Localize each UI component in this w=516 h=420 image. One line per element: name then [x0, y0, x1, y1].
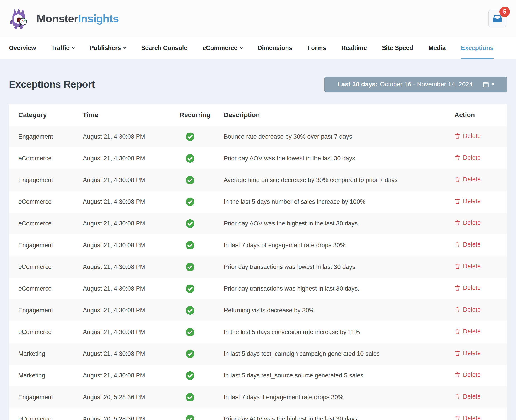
exceptions-table: Category Time Recurring Description Acti… — [9, 104, 507, 420]
brand-wordmark: MonsterInsights — [37, 12, 119, 25]
main-nav: OverviewTrafficPublishersSearch Consolee… — [0, 37, 516, 59]
nav-tab-label: Forms — [308, 45, 326, 52]
cell-recurring — [180, 393, 224, 402]
nav-tab-media[interactable]: Media — [428, 37, 446, 59]
trash-icon — [454, 198, 461, 204]
cell-action: Delete — [454, 285, 497, 293]
table-header-row: Category Time Recurring Description Acti… — [9, 104, 507, 126]
delete-label: Delete — [463, 285, 481, 292]
cell-description: Prior day AOV was the highest in the las… — [224, 415, 454, 420]
cell-category: eCommerce — [18, 220, 83, 227]
cell-recurring — [180, 328, 224, 337]
cell-action: Delete — [454, 219, 497, 228]
cell-action: Delete — [454, 328, 497, 336]
cell-category: Engagement — [18, 307, 83, 314]
delete-button[interactable]: Delete — [454, 176, 481, 183]
trash-icon — [454, 154, 461, 161]
check-circle-icon — [185, 414, 195, 420]
nav-tab-publishers[interactable]: Publishers — [90, 37, 126, 59]
trash-icon — [454, 263, 461, 270]
cell-category: Engagement — [18, 133, 83, 140]
table-row: EngagementAugust 21, 4:30:08 PMAverage t… — [9, 169, 507, 191]
chevron-down-icon — [72, 45, 75, 49]
table-body: EngagementAugust 21, 4:30:08 PMBounce ra… — [9, 126, 507, 420]
nav-tab-realtime[interactable]: Realtime — [341, 37, 367, 59]
brand-wordmark-accent: Insights — [78, 12, 119, 25]
nav-tab-label: eCommerce — [202, 45, 238, 52]
date-range-button[interactable]: Last 30 days: October 16 - November 14, … — [324, 77, 507, 92]
cell-recurring — [180, 262, 224, 272]
cell-category: Marketing — [18, 350, 83, 357]
cell-time: August 21, 4:30:08 PM — [83, 372, 180, 379]
cell-description: In the last 5 days number of sales incre… — [224, 198, 454, 205]
cell-recurring — [180, 414, 224, 420]
delete-button[interactable]: Delete — [454, 306, 481, 313]
delete-label: Delete — [463, 154, 481, 161]
cell-description: Prior day AOV was the lowest in the last… — [224, 155, 454, 162]
delete-label: Delete — [463, 263, 481, 270]
delete-button[interactable]: Delete — [454, 350, 481, 357]
delete-button[interactable]: Delete — [454, 198, 481, 205]
cell-recurring — [180, 175, 224, 185]
nav-tab-exceptions[interactable]: Exceptions — [461, 37, 493, 59]
table-row: MarketingAugust 21, 4:30:08 PMIn last 5 … — [9, 343, 507, 365]
cell-action: Delete — [454, 241, 497, 249]
delete-button[interactable]: Delete — [454, 393, 481, 400]
nav-tab-label: Dimensions — [258, 45, 292, 52]
cell-category: Engagement — [18, 394, 83, 401]
cell-description: Prior day transactions was highest in la… — [224, 285, 454, 292]
cell-description: Bounce rate decrease by 30% over past 7 … — [224, 133, 454, 140]
cell-action: Delete — [454, 133, 497, 141]
trash-icon — [454, 328, 461, 335]
check-circle-icon — [185, 241, 195, 250]
delete-button[interactable]: Delete — [454, 263, 481, 270]
delete-button[interactable]: Delete — [454, 219, 481, 226]
cell-action: Delete — [454, 350, 497, 358]
column-header-action: Action — [454, 111, 497, 119]
cell-description: In last 7 days if engagement rate drops … — [224, 394, 454, 401]
nav-tab-traffic[interactable]: Traffic — [51, 37, 75, 59]
notification-count-badge: 5 — [500, 7, 510, 17]
nav-tab-forms[interactable]: Forms — [308, 37, 326, 59]
delete-label: Delete — [463, 371, 481, 378]
cell-recurring — [180, 371, 224, 380]
delete-button[interactable]: Delete — [454, 133, 481, 140]
nav-tab-ecommerce[interactable]: eCommerce — [202, 37, 242, 59]
trash-icon — [454, 350, 461, 356]
calendar-icon — [483, 81, 489, 88]
cell-recurring — [180, 241, 224, 250]
notifications-inbox-button[interactable]: 5 — [488, 10, 507, 27]
delete-button[interactable]: Delete — [454, 285, 481, 292]
delete-button[interactable]: Delete — [454, 328, 481, 335]
delete-button[interactable]: Delete — [454, 154, 481, 161]
delete-button[interactable]: Delete — [454, 241, 481, 248]
check-circle-icon — [185, 219, 195, 228]
cell-description: In last 7 days of engagement rate drops … — [224, 242, 454, 249]
nav-tab-overview[interactable]: Overview — [9, 37, 36, 59]
chevron-down-icon: ▾ — [492, 82, 494, 87]
column-header-time: Time — [83, 111, 180, 119]
nav-tab-dimensions[interactable]: Dimensions — [258, 37, 292, 59]
check-circle-icon — [185, 132, 195, 141]
nav-tab-site-speed[interactable]: Site Speed — [382, 37, 413, 59]
delete-label: Delete — [463, 219, 481, 226]
table-row: MarketingAugust 21, 4:30:08 PMIn last 5 … — [9, 365, 507, 386]
cell-category: eCommerce — [18, 415, 83, 420]
cell-description: Prior day transactions was lowest in las… — [224, 263, 454, 270]
table-row: EngagementAugust 21, 4:30:08 PMBounce ra… — [9, 126, 507, 148]
nav-tab-label: Traffic — [51, 45, 69, 52]
nav-tab-search-console[interactable]: Search Console — [141, 37, 187, 59]
nav-tab-label: Site Speed — [382, 45, 413, 52]
delete-label: Delete — [463, 133, 481, 140]
trash-icon — [454, 133, 461, 139]
cell-time: August 21, 4:30:08 PM — [83, 263, 180, 270]
delete-button[interactable]: Delete — [454, 415, 481, 420]
column-header-recurring: Recurring — [180, 111, 224, 119]
page-content: Exceptions Report Last 30 days: October … — [0, 77, 516, 420]
cell-recurring — [180, 132, 224, 141]
cell-time: August 21, 4:30:08 PM — [83, 285, 180, 292]
table-row: eCommerceAugust 21, 4:30:08 PMIn the las… — [9, 321, 507, 343]
check-circle-icon — [185, 393, 195, 402]
delete-button[interactable]: Delete — [454, 371, 481, 378]
cell-category: Engagement — [18, 177, 83, 184]
